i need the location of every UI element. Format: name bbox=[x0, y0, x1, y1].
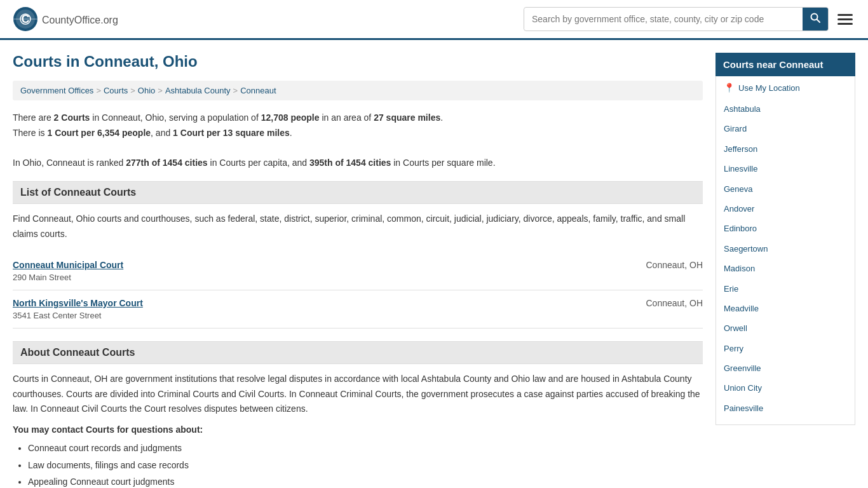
search-button[interactable] bbox=[803, 8, 828, 30]
contact-list: Conneaut court records and judgments Law… bbox=[28, 440, 703, 488]
stats-line-1: There are 2 Courts in Conneaut, Ohio, se… bbox=[13, 111, 703, 126]
about-section-header: About Conneaut Courts bbox=[13, 341, 703, 364]
court-name-2[interactable]: North Kingsville's Mayor Court bbox=[13, 298, 143, 308]
population: 12,708 people bbox=[261, 112, 320, 123]
sidebar-link-geneva[interactable]: Geneva bbox=[724, 179, 847, 199]
search-bar[interactable] bbox=[524, 7, 829, 31]
sidebar-link-greenville[interactable]: Greenville bbox=[724, 358, 847, 378]
court-location-1: Conneaut, OH bbox=[646, 260, 703, 270]
sidebar-link-andover[interactable]: Andover bbox=[724, 199, 847, 219]
court-item-1: Conneaut Municipal Court Conneaut, OH 29… bbox=[13, 252, 703, 290]
stats-section: There are 2 Courts in Conneaut, Ohio, se… bbox=[13, 111, 703, 171]
rank-sqmile: 395th of 1454 cities bbox=[309, 158, 391, 168]
sidebar: Courts near Conneaut 📍 Use My Location A… bbox=[715, 53, 855, 488]
search-icon bbox=[810, 13, 820, 23]
use-location-link[interactable]: Use My Location bbox=[738, 83, 800, 93]
sidebar-link-union-city[interactable]: Union City bbox=[724, 378, 847, 398]
sidebar-link-erie[interactable]: Erie bbox=[724, 279, 847, 299]
courts-count: 2 Courts bbox=[54, 112, 90, 123]
sep-2: > bbox=[130, 86, 135, 95]
contact-bold: You may contact Courts for questions abo… bbox=[13, 424, 703, 435]
breadcrumb-ohio[interactable]: Ohio bbox=[138, 86, 155, 95]
sidebar-link-jefferson[interactable]: Jefferson bbox=[724, 139, 847, 159]
use-location[interactable]: 📍 Use My Location bbox=[724, 83, 847, 93]
menu-line-1 bbox=[837, 14, 853, 16]
sidebar-link-perry[interactable]: Perry bbox=[724, 339, 847, 358]
breadcrumb-conneaut[interactable]: Conneaut bbox=[240, 86, 276, 95]
sidebar-link-orwell[interactable]: Orwell bbox=[724, 318, 847, 338]
court-item-1-header: Conneaut Municipal Court Conneaut, OH bbox=[13, 260, 703, 270]
sep-4: > bbox=[233, 86, 238, 95]
area: 27 square miles bbox=[374, 112, 440, 123]
stats-line-3: In Ohio, Conneaut is ranked 277th of 145… bbox=[13, 156, 703, 171]
menu-line-2 bbox=[837, 18, 853, 20]
sidebar-link-painesville[interactable]: Painesville bbox=[724, 398, 847, 418]
logo-text: CountyOffice.org bbox=[42, 12, 118, 27]
breadcrumb: Government Offices > Courts > Ohio > Ash… bbox=[13, 81, 703, 100]
content-area: Courts in Conneaut, Ohio Government Offi… bbox=[13, 53, 703, 488]
per-capita: 1 Court per 6,354 people bbox=[47, 128, 151, 138]
sidebar-link-linesville[interactable]: Linesville bbox=[724, 159, 847, 179]
logo-area[interactable]: C CountyOffice.org bbox=[13, 6, 118, 32]
court-item-2: North Kingsville's Mayor Court Conneaut,… bbox=[13, 290, 703, 329]
about-text: Courts in Conneaut, OH are government in… bbox=[13, 372, 703, 417]
sidebar-link-saegertown[interactable]: Saegertown bbox=[724, 239, 847, 259]
page-title: Courts in Conneaut, Ohio bbox=[13, 53, 703, 71]
sidebar-link-ashtabula[interactable]: Ashtabula bbox=[724, 99, 847, 119]
court-location-2: Conneaut, OH bbox=[646, 298, 703, 308]
about-section: About Conneaut Courts Courts in Conneaut… bbox=[13, 341, 703, 488]
sep-1: > bbox=[96, 86, 101, 95]
rank-capita: 277th of 1454 cities bbox=[126, 158, 207, 168]
sep-3: > bbox=[158, 86, 163, 95]
breadcrumb-ashtabula[interactable]: Ashtabula County bbox=[165, 86, 231, 95]
per-sqmile: 1 Court per 13 square miles bbox=[173, 128, 290, 138]
sidebar-link-girard[interactable]: Girard bbox=[724, 119, 847, 139]
sidebar-link-madison[interactable]: Madison bbox=[724, 259, 847, 278]
site-header: C CountyOffice.org bbox=[0, 0, 868, 40]
stats-line-2: There is 1 Court per 6,354 people, and 1… bbox=[13, 126, 703, 141]
court-name-1[interactable]: Conneaut Municipal Court bbox=[13, 260, 123, 270]
header-right bbox=[524, 7, 855, 31]
list-description: Find Conneaut, Ohio courts and courthous… bbox=[13, 212, 703, 242]
logo-icon: C bbox=[13, 6, 38, 32]
menu-button[interactable] bbox=[835, 11, 855, 27]
breadcrumb-govt-offices[interactable]: Government Offices bbox=[20, 86, 93, 95]
contact-list-item-2: Law documents, filings and case records bbox=[28, 457, 703, 474]
main-container: Courts in Conneaut, Ohio Government Offi… bbox=[0, 40, 868, 488]
sidebar-link-meadville[interactable]: Meadville bbox=[724, 299, 847, 318]
court-address-1: 290 Main Street bbox=[13, 273, 703, 282]
svg-line-6 bbox=[817, 20, 820, 23]
list-section-header: List of Conneaut Courts bbox=[13, 181, 703, 204]
sidebar-link-edinboro[interactable]: Edinboro bbox=[724, 219, 847, 238]
courts-list-section: List of Conneaut Courts Find Conneaut, O… bbox=[13, 181, 703, 329]
search-input[interactable] bbox=[524, 9, 803, 29]
menu-line-3 bbox=[837, 23, 853, 25]
pin-icon: 📍 bbox=[724, 83, 735, 93]
sidebar-title: Courts near Conneaut bbox=[715, 53, 855, 76]
sidebar-content: 📍 Use My Location Ashtabula Girard Jeffe… bbox=[715, 76, 855, 425]
breadcrumb-courts[interactable]: Courts bbox=[104, 86, 128, 95]
contact-list-item-1: Conneaut court records and judgments bbox=[28, 440, 703, 457]
court-item-2-header: North Kingsville's Mayor Court Conneaut,… bbox=[13, 298, 703, 308]
court-address-2: 3541 East Center Street bbox=[13, 311, 703, 320]
contact-list-item-3: Appealing Conneaut court judgments bbox=[28, 473, 703, 488]
